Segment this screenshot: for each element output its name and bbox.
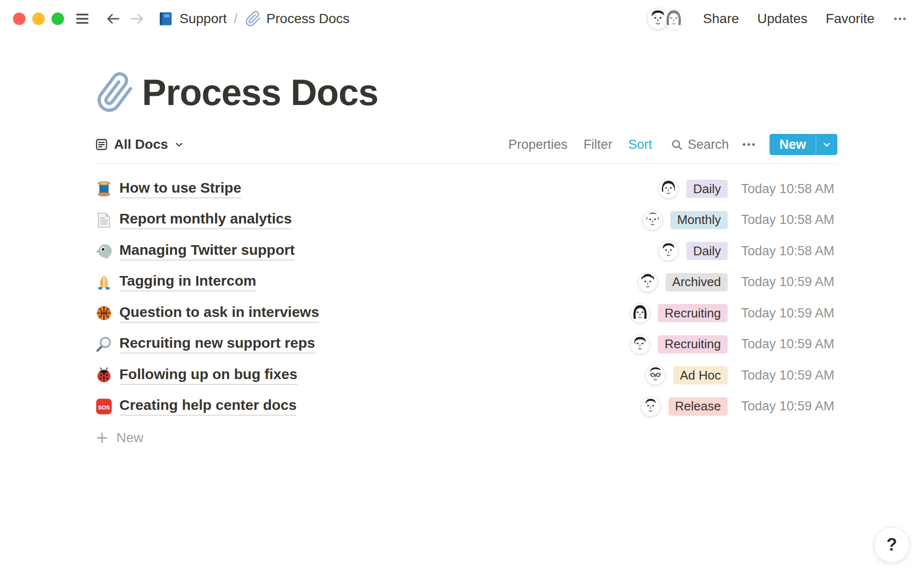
last-edited-time: Today 10:59 AM — [741, 275, 837, 289]
status-badge[interactable]: Daily — [686, 242, 728, 260]
more-options-icon[interactable] — [893, 12, 907, 26]
hamburger-icon[interactable] — [74, 11, 90, 27]
close-window-button[interactable] — [13, 13, 26, 25]
plus-icon — [95, 431, 109, 445]
doc-title[interactable]: Recruiting new support reps — [119, 335, 315, 354]
status-badge[interactable]: Archived — [666, 273, 728, 291]
status-badge[interactable]: Daily — [686, 180, 728, 198]
table-row[interactable]: Tagging in Intercom Archived Today 10:59… — [95, 267, 837, 298]
forward-arrow-icon[interactable] — [129, 11, 145, 27]
toolbar-search[interactable]: Search — [670, 137, 729, 152]
last-edited-time: Today 10:59 AM — [741, 306, 837, 321]
window-controls — [13, 13, 64, 25]
doc-title[interactable]: Creating help center docs — [119, 397, 296, 416]
new-button[interactable]: New — [770, 134, 837, 155]
last-edited-time: Today 10:59 AM — [741, 368, 837, 383]
breadcrumb-item-process-docs[interactable]: Process Docs — [245, 11, 350, 27]
doc-title[interactable]: Managing Twitter support — [119, 242, 295, 261]
status-badge[interactable]: Release — [668, 397, 728, 416]
minimize-window-button[interactable] — [32, 13, 45, 25]
magnifying-glass-icon — [95, 335, 113, 354]
table-divider — [95, 163, 837, 164]
new-button-label[interactable]: New — [770, 134, 816, 155]
basketball-icon — [95, 304, 113, 322]
table-row[interactable]: How to use Stripe Daily Today 10:58 AM — [95, 173, 837, 205]
bird-icon — [95, 242, 113, 260]
doc-title[interactable]: Report monthly analytics — [119, 210, 292, 229]
avatar-woman-long-hair — [630, 303, 650, 323]
last-edited-time: Today 10:59 AM — [741, 399, 837, 414]
praying-hands-icon — [95, 273, 113, 291]
paperclip-icon — [245, 11, 261, 27]
breadcrumb-item-support[interactable]: Support — [158, 11, 227, 27]
table-row[interactable]: Recruiting new support reps Recruiting T… — [95, 329, 837, 360]
collaborator-avatar-2 — [663, 8, 685, 30]
question-mark: ? — [886, 535, 897, 555]
table-row[interactable]: Report monthly analytics Monthly Today 1… — [95, 205, 837, 236]
table-row[interactable]: Question to ask in interviews Recruiting… — [95, 298, 837, 329]
list-view-icon — [95, 138, 108, 151]
last-edited-time: Today 10:59 AM — [741, 337, 837, 352]
database-toolbar: All Docs Properties Filter Sort Search N… — [95, 134, 837, 155]
page-content: Process Docs All Docs Properties Filter … — [95, 38, 837, 452]
view-name: All Docs — [114, 137, 168, 152]
page-header: Process Docs — [95, 38, 837, 113]
new-button-chevron[interactable] — [816, 134, 837, 155]
ladybug-icon — [95, 366, 113, 384]
doc-title[interactable]: How to use Stripe — [119, 180, 241, 198]
table-row[interactable]: Managing Twitter support Daily Today 10:… — [95, 236, 837, 267]
avatar-man-glasses — [645, 365, 666, 385]
search-icon — [670, 138, 683, 151]
avatar-woman-bob-hair — [658, 179, 679, 199]
avatar-man-curly-hair — [638, 272, 658, 292]
toolbar-more-icon[interactable] — [741, 137, 757, 152]
updates-button[interactable]: Updates — [757, 11, 808, 26]
avatar-man-short-hair-2 — [641, 396, 661, 417]
table-row[interactable]: Following up on bug fixes Ad Hoc Today 1… — [95, 360, 837, 391]
paperclip-page-icon[interactable] — [92, 70, 138, 116]
view-switcher[interactable]: All Docs — [95, 137, 184, 152]
chevron-down-icon — [174, 139, 184, 150]
breadcrumb-separator: / — [234, 12, 238, 26]
breadcrumb: Support / Process Docs — [158, 11, 349, 27]
avatar-man-dark-hair — [630, 334, 650, 355]
avatar-man-short-hair — [658, 241, 679, 261]
collaborator-avatars — [647, 8, 685, 30]
help-button[interactable]: ? — [874, 527, 910, 563]
zoom-window-button[interactable] — [51, 13, 64, 25]
back-arrow-icon[interactable] — [105, 11, 121, 27]
toolbar-properties[interactable]: Properties — [508, 137, 567, 152]
breadcrumb-page-label: Process Docs — [267, 11, 350, 26]
add-row-button[interactable]: New — [95, 424, 837, 452]
table-row[interactable]: SOS Creating help center docs Release To… — [95, 391, 837, 422]
doc-title[interactable]: Question to ask in interviews — [119, 304, 319, 323]
add-row-label: New — [116, 430, 143, 446]
thread-spool-icon — [95, 180, 113, 198]
titlebar: Support / Process Docs Share Updates Fav… — [0, 0, 924, 38]
search-label: Search — [688, 137, 729, 152]
status-badge[interactable]: Recruiting — [658, 335, 728, 354]
last-edited-time: Today 10:58 AM — [741, 182, 837, 197]
share-button[interactable]: Share — [703, 11, 739, 26]
document-icon — [95, 211, 113, 229]
doc-table: How to use Stripe Daily Today 10:58 AM R… — [95, 173, 837, 422]
toolbar-filter[interactable]: Filter — [583, 137, 612, 152]
avatar-balding-man — [642, 210, 663, 230]
page-title[interactable]: Process Docs — [142, 73, 378, 112]
status-badge[interactable]: Monthly — [670, 211, 728, 229]
last-edited-time: Today 10:58 AM — [741, 212, 837, 227]
sos-icon: SOS — [95, 397, 113, 416]
doc-title[interactable]: Tagging in Intercom — [119, 273, 256, 291]
status-badge[interactable]: Ad Hoc — [673, 366, 728, 384]
status-badge[interactable]: Recruiting — [658, 304, 728, 322]
last-edited-time: Today 10:58 AM — [741, 244, 837, 259]
book-icon — [158, 11, 174, 27]
favorite-button[interactable]: Favorite — [826, 11, 874, 26]
breadcrumb-support-label: Support — [180, 11, 227, 26]
toolbar-sort[interactable]: Sort — [628, 137, 652, 152]
svg-text:SOS: SOS — [98, 404, 110, 410]
doc-title[interactable]: Following up on bug fixes — [119, 366, 297, 385]
